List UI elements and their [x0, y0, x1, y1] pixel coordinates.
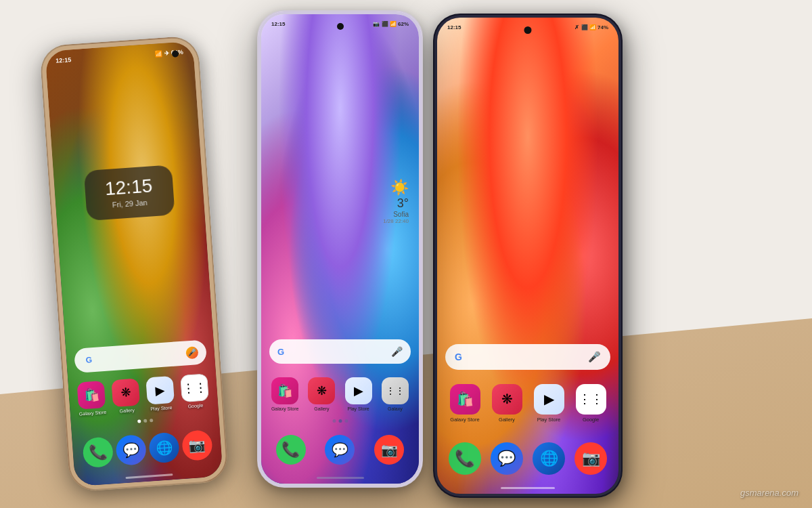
phone-icon-right: 📞 [449, 442, 481, 475]
app-galaxy-store-middle[interactable]: 🛍️ Galaxy Store [269, 377, 300, 411]
gallery-icon-left: ❋ [112, 378, 141, 407]
phone-middle: 12:15 📷 ⬛ 📶 62% ☀️ 3° Sofia 1/28 22:40 G… [257, 10, 423, 488]
search-bar-left[interactable]: G 🎤 [74, 339, 207, 373]
camera-hole-left [172, 50, 179, 58]
clock-date: Fri, 29 Jan [99, 198, 161, 210]
camera-icon-right: 📷 [574, 442, 607, 475]
play-store-label-right: Play Store [537, 417, 561, 423]
camera-hole-middle [337, 23, 344, 30]
app-gallery-middle[interactable]: ❋ Gallery [306, 377, 337, 411]
galaxy-store-label-right: Galaxy Store [450, 417, 479, 423]
apps-grid-right: 🛍️ Galaxy Store ❋ Gallery ▶ Play Store ⋮… [437, 384, 618, 423]
messages-icon-left: 💬 [115, 434, 147, 466]
phone-left-wrapper: 12:15 📶 ✈ 64% 12:15 Fri, 29 Jan G 🎤 [46, 18, 201, 490]
play-store-label-middle: Play Store [347, 406, 369, 411]
time-left: 12:15 [55, 56, 72, 64]
weather-temp: 3° [383, 196, 409, 211]
phone-left-screen: 12:15 📶 ✈ 64% 12:15 Fri, 29 Jan G 🎤 [41, 37, 227, 491]
app-play-store-right[interactable]: ▶ Play Store [531, 384, 566, 423]
app-google-right[interactable]: ⋮⋮ Google [573, 384, 608, 423]
app-bixby-middle[interactable]: ⋮⋮ Galaxy [380, 377, 411, 411]
phone-middle-wrapper: 12:15 📷 ⬛ 📶 62% ☀️ 3° Sofia 1/28 22:40 G… [257, 10, 423, 488]
mic-icon-middle[interactable]: 🎤 [391, 346, 403, 357]
camera-icon-middle: 📷 [374, 435, 404, 465]
dot-inactive [143, 419, 147, 423]
google-icon-left: ⋮⋮ [180, 373, 209, 402]
galaxy-store-icon-right: 🛍️ [450, 384, 480, 415]
dock-phone-left[interactable]: 📞 [82, 437, 114, 469]
dock-camera-right[interactable]: 📷 [572, 442, 610, 475]
dot-inactive-2 [150, 419, 153, 422]
app-galaxy-store-left[interactable]: 🛍️ Galaxy Store [76, 381, 108, 417]
app-gallery-right[interactable]: ❋ Gallery [489, 384, 524, 423]
mic-icon-left[interactable]: 🎤 [185, 346, 198, 359]
time-middle: 12:15 [271, 21, 285, 27]
search-bar-middle[interactable]: G 🎤 [269, 339, 411, 364]
google-label-left: Google [187, 403, 203, 409]
weather-city: Sofia [383, 211, 409, 218]
weather-widget: ☀️ 3° Sofia 1/28 22:40 [383, 179, 409, 224]
page-dots-left [137, 419, 153, 423]
app-google-left[interactable]: ⋮⋮ Google [179, 373, 210, 409]
dock-internet-right[interactable]: 🌐 [530, 442, 568, 475]
phone-right: 12:15 ✗ ⬛ 📶 74% G 🎤 🛍️ Galaxy Store [433, 14, 623, 498]
google-label-right: Google [583, 417, 599, 423]
wallpaper-ultra: 12:15 📶 ✈ 64% 12:15 Fri, 29 Jan G 🎤 [45, 41, 223, 487]
bixby-icon-middle: ⋮⋮ [382, 377, 409, 404]
dot-active [137, 419, 141, 423]
gallery-icon-right: ❋ [492, 384, 522, 415]
gallery-label-middle: Gallery [314, 406, 329, 411]
camera-icon-left: 📷 [181, 429, 213, 461]
phone-left: 12:15 📶 ✈ 64% 12:15 Fri, 29 Jan G 🎤 [39, 35, 229, 492]
weather-date: 1/28 22:40 [383, 218, 409, 224]
google-g-right: G [455, 352, 462, 362]
messages-icon-right: 💬 [491, 442, 523, 475]
clock-widget: 12:15 Fri, 29 Jan [83, 165, 175, 221]
app-galaxy-store-right[interactable]: 🛍️ Galaxy Store [447, 384, 482, 423]
app-play-store-left[interactable]: ▶ Play Store [145, 376, 176, 412]
nav-bar-right [501, 487, 555, 489]
watermark: gsmarena.com [740, 488, 798, 498]
status-bar-left: 12:15 📶 ✈ 64% [55, 49, 183, 64]
play-store-label-left: Play Store [150, 405, 173, 411]
nav-bar-left [125, 473, 173, 479]
galaxy-store-label-middle: Galaxy Store [271, 406, 298, 411]
mic-icon-right[interactable]: 🎤 [588, 351, 601, 363]
wallpaper-s21plus: 12:15 ✗ ⬛ 📶 74% G 🎤 🛍️ Galaxy Store [437, 18, 618, 494]
phone-right-screen: 12:15 ✗ ⬛ 📶 74% G 🎤 🛍️ Galaxy Store [434, 15, 621, 496]
dock-phone-middle[interactable]: 📞 [268, 435, 314, 465]
weather-icon: ☀️ [383, 179, 409, 196]
internet-icon-right: 🌐 [533, 442, 565, 475]
google-g-middle: G [277, 347, 284, 357]
search-bar-right[interactable]: G 🎤 [445, 344, 610, 370]
status-icons-middle: 📷 ⬛ 📶 62% [373, 21, 409, 27]
app-gallery-left[interactable]: ❋ Gallery [110, 378, 141, 414]
phone-icon-middle: 📞 [276, 435, 306, 465]
page-dots-middle [332, 419, 348, 423]
dock-phone-right[interactable]: 📞 [445, 442, 484, 475]
dock-messages-left[interactable]: 💬 [115, 434, 147, 466]
status-icons-left: 📶 ✈ 64% [155, 49, 184, 58]
phone-middle-screen: 12:15 📷 ⬛ 📶 62% ☀️ 3° Sofia 1/28 22:40 G… [258, 12, 422, 486]
play-store-icon-left: ▶ [145, 376, 175, 405]
phone-icon-left: 📞 [82, 437, 114, 469]
nav-bar-middle [317, 477, 364, 479]
dock-camera-left[interactable]: 📷 [181, 429, 213, 461]
internet-icon-left: 🌐 [148, 432, 180, 464]
gallery-label-left: Gallery [119, 408, 135, 414]
wallpaper-s21: 12:15 📷 ⬛ 📶 62% ☀️ 3° Sofia 1/28 22:40 G… [261, 14, 419, 484]
gallery-label-right: Gallery [499, 417, 515, 423]
gallery-icon-middle: ❋ [308, 377, 335, 404]
dock-messages-right[interactable]: 💬 [487, 442, 526, 475]
dock-camera-middle[interactable]: 📷 [366, 435, 412, 465]
clock-time: 12:15 [97, 176, 160, 199]
dock-internet-left[interactable]: 🌐 [148, 432, 180, 464]
play-store-icon-right: ▶ [534, 384, 564, 415]
phone-right-wrapper: 12:15 ✗ ⬛ 📶 74% G 🎤 🛍️ Galaxy Store [447, 14, 623, 498]
google-g-icon-left: G [83, 353, 95, 366]
dock-middle: 📞 💬 📷 [268, 435, 412, 465]
dock-messages-middle[interactable]: 💬 [317, 435, 363, 465]
galaxy-store-icon-left: 🛍️ [77, 381, 106, 410]
app-play-store-middle[interactable]: ▶ Play Store [343, 377, 374, 411]
dock-left: 📞 💬 🌐 📷 [78, 429, 215, 469]
